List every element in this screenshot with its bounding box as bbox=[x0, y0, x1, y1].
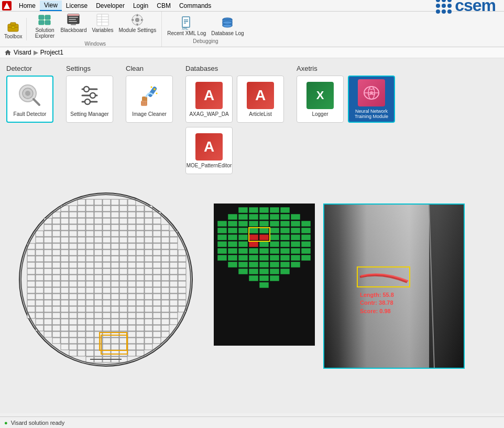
green-grid-map bbox=[214, 204, 315, 346]
detector-section: Detector Fault Detector bbox=[6, 65, 53, 174]
recent-xml-log-button[interactable]: XML Recent XML Log bbox=[165, 15, 208, 37]
menu-license[interactable]: License bbox=[62, 1, 92, 10]
detector-cards: Fault Detector bbox=[6, 76, 53, 123]
svg-rect-45 bbox=[147, 85, 157, 98]
toolbox-label: Toolbox bbox=[4, 34, 22, 39]
neural-network-icon bbox=[358, 79, 385, 106]
recent-xml-log-icon: XML bbox=[179, 16, 194, 30]
svg-point-21 bbox=[135, 18, 139, 22]
breadcrumb-visard[interactable]: Visard bbox=[14, 49, 31, 56]
breadcrumb-project1[interactable]: Project1 bbox=[40, 49, 63, 56]
settings-section-title: Settings bbox=[66, 65, 113, 72]
detection-bbox bbox=[357, 266, 410, 287]
menu-cbm[interactable]: CBM bbox=[152, 1, 175, 10]
database-log-button[interactable]: Database Log bbox=[209, 15, 246, 37]
csem-dots-icon bbox=[436, 0, 452, 14]
articlelist-icon: A bbox=[247, 82, 274, 109]
variables-label: Variables bbox=[92, 27, 114, 33]
moe-patterneditor-label: MOE_PatternEditor bbox=[187, 163, 232, 168]
recent-xml-log-label: Recent XML Log bbox=[167, 30, 206, 36]
svg-point-43 bbox=[90, 93, 95, 98]
svg-marker-0 bbox=[4, 3, 10, 9]
wafer-map bbox=[6, 183, 205, 378]
svg-point-34 bbox=[223, 21, 232, 24]
variables-icon bbox=[95, 13, 110, 27]
detection-info: Length: 55.8 Contr: 38.78 Score: 0.98 bbox=[360, 291, 394, 315]
variables-button[interactable]: Variables bbox=[90, 12, 116, 40]
breadcrumb: Visard ▶ Project1 bbox=[0, 47, 504, 58]
menu-commands[interactable]: Commands bbox=[175, 1, 215, 10]
moe-patterneditor-icon: A bbox=[195, 133, 223, 160]
toolbar: Toolbox Solution Explorer bbox=[0, 12, 504, 47]
app-logo bbox=[2, 1, 12, 10]
setting-manager-icon bbox=[76, 82, 103, 109]
svg-rect-4 bbox=[12, 26, 15, 28]
axetris-section: Axetris X Logger bbox=[297, 65, 395, 174]
blackboard-icon bbox=[66, 13, 81, 27]
status-icon: ● bbox=[4, 420, 8, 426]
axag-wap-da-icon: A bbox=[195, 82, 223, 109]
windows-group-label: Windows bbox=[85, 41, 106, 47]
windows-group: Solution Explorer Blackboard bbox=[32, 12, 158, 40]
clean-cards: Image Cleaner bbox=[126, 76, 173, 123]
blackboard-button[interactable]: Blackboard bbox=[58, 12, 89, 40]
menu-view[interactable]: View bbox=[40, 1, 62, 11]
svg-rect-7 bbox=[39, 20, 44, 25]
svg-point-44 bbox=[85, 99, 90, 104]
menu-home[interactable]: Home bbox=[15, 1, 40, 10]
svg-point-33 bbox=[223, 24, 232, 27]
svg-point-47 bbox=[154, 88, 156, 90]
detection-score: Score: 0.98 bbox=[360, 307, 394, 315]
logger-icon: X bbox=[306, 82, 334, 109]
axetris-section-title: Axetris bbox=[297, 65, 395, 72]
image-cleaner-icon bbox=[136, 82, 163, 109]
menu-developer[interactable]: Developer bbox=[92, 1, 129, 10]
blackboard-label: Blackboard bbox=[60, 27, 86, 33]
svg-rect-14 bbox=[71, 24, 76, 25]
moe-patterneditor-card[interactable]: A MOE_PatternEditor bbox=[185, 127, 233, 174]
svg-rect-8 bbox=[45, 20, 50, 25]
toolbox-button[interactable]: Toolbox bbox=[2, 18, 27, 40]
solution-explorer-button[interactable]: Solution Explorer bbox=[32, 12, 57, 40]
setting-manager-label: Setting Manager bbox=[70, 111, 108, 117]
axetris-cards: X Logger bbox=[297, 76, 395, 123]
svg-rect-13 bbox=[69, 21, 77, 22]
detector-section-title: Detector bbox=[6, 65, 53, 72]
articlelist-card[interactable]: A ArticleList bbox=[237, 76, 284, 123]
statusbar: ● Visard solution ready bbox=[0, 416, 504, 428]
svg-line-37 bbox=[34, 99, 39, 105]
svg-rect-5 bbox=[39, 15, 44, 19]
svg-rect-15 bbox=[97, 14, 108, 26]
menu-login[interactable]: Login bbox=[129, 1, 152, 10]
home-icon bbox=[4, 49, 12, 56]
databases-section-title: Databases bbox=[185, 65, 284, 72]
logger-label: Logger bbox=[312, 111, 328, 117]
detection-length: Length: 55.8 bbox=[360, 291, 394, 299]
axag-wap-da-card[interactable]: A AXAG_WAP_DA bbox=[185, 76, 233, 123]
main-content: Detector Fault Detector Sett bbox=[0, 58, 504, 413]
clean-section: Clean bbox=[126, 65, 173, 174]
logger-card[interactable]: X Logger bbox=[297, 76, 344, 123]
fault-detector-card[interactable]: Fault Detector bbox=[6, 76, 53, 123]
svg-rect-2 bbox=[10, 23, 16, 25]
solution-explorer-icon bbox=[37, 13, 52, 27]
database-log-icon bbox=[220, 16, 235, 30]
svg-rect-12 bbox=[69, 19, 76, 20]
articlelist-label: ArticleList bbox=[249, 111, 271, 117]
neural-network-card[interactable]: Neural Network Training Module bbox=[348, 76, 395, 123]
debugging-group: XML Recent XML Log Database Log bbox=[165, 15, 246, 37]
svg-point-42 bbox=[84, 87, 89, 92]
setting-manager-card[interactable]: Setting Manager bbox=[66, 76, 113, 123]
svg-point-48 bbox=[156, 92, 158, 94]
detection-contr: Contr: 38.78 bbox=[360, 299, 394, 307]
grid-canvas bbox=[216, 206, 313, 342]
solution-explorer-label: Solution Explorer bbox=[34, 27, 55, 39]
wafer-canvas bbox=[6, 183, 205, 377]
svg-point-38 bbox=[25, 91, 30, 96]
databases-section: Databases A AXAG_WAP_DA A bbox=[185, 65, 284, 174]
module-settings-label: Module Settings bbox=[118, 27, 156, 33]
module-settings-button[interactable]: Module Settings bbox=[116, 12, 158, 40]
neural-network-label: Neural Network Training Module bbox=[352, 109, 391, 119]
image-cleaner-card[interactable]: Image Cleaner bbox=[126, 76, 173, 123]
image-cleaner-label: Image Cleaner bbox=[132, 111, 167, 117]
